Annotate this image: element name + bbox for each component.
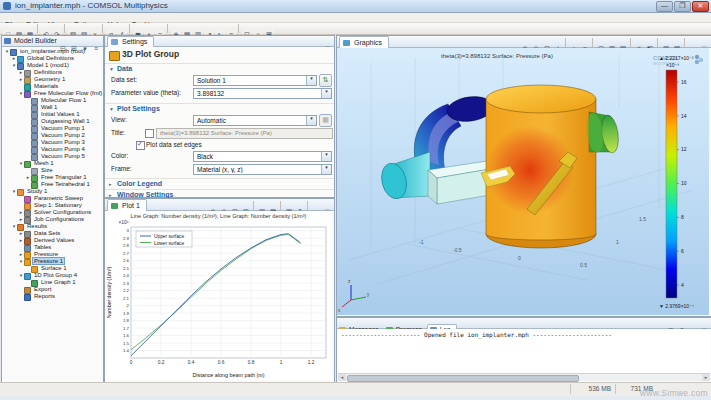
plot-dataset-edges-checkbox[interactable] [136, 141, 145, 150]
svg-text:1.6: 1.6 [123, 333, 130, 338]
chevron-down-icon[interactable] [321, 165, 331, 174]
toolbar-separator [102, 24, 103, 33]
dataset-select[interactable]: Solution 1 [193, 75, 317, 86]
tree-item-label: Export [33, 286, 52, 292]
tree-item-reports[interactable]: Reports [2, 293, 103, 300]
tree-item-molecular-flow-1[interactable]: Molecular Flow 1 [2, 97, 103, 104]
go-to-source-button[interactable]: ⇅ [319, 74, 332, 87]
tree-item-vacuum-pump-2[interactable]: Vacuum Pump 2 [2, 132, 103, 139]
tree-item-line-graph-1[interactable]: Line Graph 1 [2, 279, 103, 286]
chevron-down-icon[interactable] [321, 89, 331, 98]
tree-item-label: Line Graph 1 [40, 279, 77, 285]
chevron-down-icon[interactable] [321, 152, 331, 161]
minimize-window-icon[interactable]: — [656, 1, 673, 12]
svg-text:0: 0 [130, 360, 133, 365]
title-label: Title: [111, 129, 125, 136]
toolbar-separator [64, 24, 65, 33]
svg-text:1.8: 1.8 [123, 318, 130, 323]
view-settings-button[interactable]: ▦ [319, 114, 332, 127]
log-panel: MessagesProgressLog⊟↧—□ ----------------… [336, 317, 711, 383]
tree-item-label: Free Triangular 1 [40, 174, 88, 180]
tree-item-label: Surface 1 [40, 265, 68, 271]
tree-item-mesh-1[interactable]: ▾Mesh 1 [2, 160, 103, 167]
tree-item-geometry-1[interactable]: ▸Geometry 1 [2, 76, 103, 83]
graphics-canvas[interactable]: -1 -0.5 0 0.5 1.5 1 z y x theta(3)=3.898… [337, 48, 709, 315]
title-field: theta(3)=3.898132 Surface: Pressure (Pa) [156, 128, 333, 139]
section-data[interactable]: ▼ Data [105, 63, 334, 74]
title-checkbox[interactable] [145, 129, 154, 138]
tree-item-definitions[interactable]: ▸Definitions [2, 69, 103, 76]
svg-text:0.6: 0.6 [218, 360, 225, 365]
tree-item-label: Molecular Flow 1 [40, 97, 87, 103]
tree-item-outgassing-wall-1[interactable]: Outgassing Wall 1 [2, 118, 103, 125]
svg-text:1.4: 1.4 [123, 348, 130, 353]
tree-item-vacuum-pump-1[interactable]: Vacuum Pump 1 [2, 125, 103, 132]
chevron-down-icon[interactable] [306, 116, 316, 125]
tree-item-vacuum-pump-3[interactable]: Vacuum Pump 3 [2, 139, 103, 146]
tree-item-global-definitions[interactable]: ▸Global Definitions [2, 55, 103, 62]
tree-item-vacuum-pump-5[interactable]: Vacuum Pump 5 [2, 153, 103, 160]
tree-item-label: Wall 1 [40, 104, 58, 110]
tree-item-ion-implanter-mph-root[interactable]: ▾ion_implanter.mph (root) [2, 48, 103, 55]
svg-text:1.5: 1.5 [123, 341, 130, 346]
frame-select[interactable]: Material (x, y, z) [193, 164, 332, 175]
tree-item-step-1-stationary[interactable]: Step 1: Stationary [2, 202, 103, 209]
tab-graphics[interactable]: Graphics [339, 36, 389, 48]
tree-item-pressure-1[interactable]: ▾Pressure 1 [2, 258, 103, 265]
close-window-icon[interactable]: ✕ [692, 1, 709, 12]
tree-item-size[interactable]: Size [2, 167, 103, 174]
toolbar-separator [684, 38, 685, 47]
svg-text:14: 14 [681, 113, 687, 119]
tree-item-results[interactable]: ▾Results [2, 223, 103, 230]
tree-item-parametric-sweep[interactable]: Parametric Sweep [2, 195, 103, 202]
tree-item-free-molecular-flow-fmf[interactable]: ▾Free Molecular Flow (fmf) [2, 90, 103, 97]
log-horizontal-scrollbar[interactable]: ◂ ▸ [338, 373, 710, 381]
toolbar-separator [630, 38, 631, 47]
tree-item-data-sets[interactable]: ▸Data Sets [2, 230, 103, 237]
tree-item-1d-plot-group-4[interactable]: ▾1D Plot Group 4 [2, 272, 103, 279]
svg-text:-1: -1 [419, 239, 424, 245]
plot-tabbar: Plot 1 ⊕⊖⊡⊞▥▦▣↧—□ [105, 199, 334, 211]
section-color-legend[interactable]: ▸ Color Legend [105, 178, 334, 189]
svg-text:10: 10 [681, 180, 687, 186]
svg-text:1.7: 1.7 [123, 326, 130, 331]
view-select[interactable]: Automatic [193, 115, 317, 126]
tab-plot-1[interactable]: Plot 1 [107, 199, 147, 211]
tab-settings[interactable]: Settings [107, 36, 154, 47]
legend-label: Upper surface [154, 234, 184, 239]
tree-item-study-1[interactable]: ▾Study 1 [2, 188, 103, 195]
view-label: View: [111, 116, 127, 123]
tree-item-wall-1[interactable]: Wall 1 [2, 104, 103, 111]
tree-item-derived-values[interactable]: ▸Derived Values [2, 237, 103, 244]
parameter-value-select[interactable]: 3.898132 [193, 88, 332, 99]
svg-text:-0.5: -0.5 [453, 247, 462, 253]
colorbar-min-label: ▼ 2.9769×10⁻⁴ [659, 303, 694, 309]
tree-item-export[interactable]: Export [2, 286, 103, 293]
svg-text:2.4: 2.4 [123, 273, 130, 278]
tree-item-tables[interactable]: Tables [2, 244, 103, 251]
scrollbar-thumb[interactable] [347, 375, 579, 382]
line-plot-canvas[interactable]: Line Graph: Number density (1/m³), Line … [105, 211, 332, 380]
tree-item-vacuum-pump-4[interactable]: Vacuum Pump 4 [2, 146, 103, 153]
tree-item-materials[interactable]: Materials [2, 83, 103, 90]
svg-text:4: 4 [681, 282, 684, 288]
color-select[interactable]: Black [193, 151, 332, 162]
plot-title: Line Graph: Number density (1/m³), Line … [131, 213, 307, 219]
tree-item-initial-values-1[interactable]: Initial Values 1 [2, 111, 103, 118]
section-plot-settings[interactable]: ▼ Plot Settings [105, 103, 334, 114]
tree-item-surface-1[interactable]: Surface 1 [2, 265, 103, 272]
tree-item-label: Parametric Sweep [33, 195, 84, 201]
scroll-right-icon[interactable]: ▸ [702, 374, 710, 381]
chevron-down-icon[interactable] [306, 76, 316, 85]
tree-item-free-tetrahedral-1[interactable]: Free Tetrahedral 1 [2, 181, 103, 188]
tree-item-pressure[interactable]: ▸Pressure [2, 251, 103, 258]
tree-item-job-configurations[interactable]: ▸Job Configurations [2, 216, 103, 223]
tree-item-solver-configurations[interactable]: ▸Solver Configurations [2, 209, 103, 216]
tree-item-model-1-mod1[interactable]: ▾Model 1 (mod1) [2, 62, 103, 69]
toolbar-separator [592, 38, 593, 47]
graphics-plot-title: theta(3)=3.898132 Surface: Pressure (Pa) [441, 53, 553, 59]
tree-item-free-triangular-1[interactable]: ▸Free Triangular 1 [2, 174, 103, 181]
maximize-window-icon[interactable]: ❒ [674, 1, 691, 12]
toolbar-separator [657, 38, 658, 47]
scroll-left-icon[interactable]: ◂ [338, 374, 346, 381]
